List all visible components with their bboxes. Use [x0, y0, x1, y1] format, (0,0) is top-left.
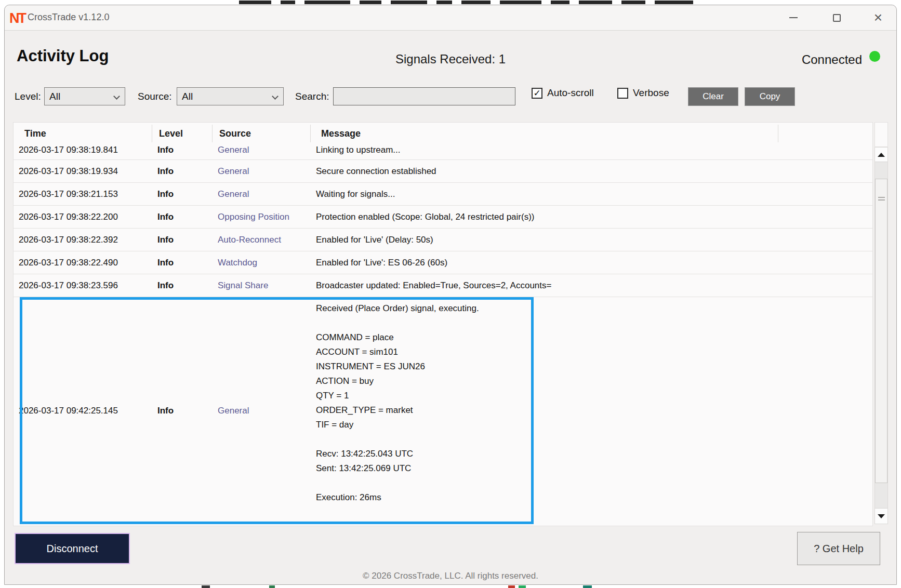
search-input[interactable]: [333, 87, 515, 105]
log-time: 2026-03-17 09:38:23.596: [14, 280, 157, 291]
log-message: Linking to upstream...: [316, 145, 872, 155]
clear-button[interactable]: Clear: [688, 87, 738, 106]
log-level: Info: [157, 212, 218, 222]
log-level: Info: [157, 235, 218, 245]
column-header-message[interactable]: Message: [321, 128, 361, 139]
minimize-icon: [789, 17, 798, 18]
artifact-mark: [655, 1, 693, 4]
log-source: Signal Share: [218, 280, 316, 291]
log-message: Waiting for signals...: [316, 189, 872, 199]
column-header-source[interactable]: Source: [219, 128, 251, 139]
log-time: 2026-03-17 09:38:22.490: [14, 258, 157, 268]
log-source: General: [218, 189, 316, 199]
log-level: Info: [157, 280, 218, 291]
log-level: Info: [157, 166, 218, 177]
source-filter-label: Source:: [138, 91, 171, 102]
vertical-scrollbar[interactable]: [875, 147, 888, 524]
artifact-mark: [500, 1, 541, 4]
thumb-grip-icon: [878, 199, 885, 201]
connection-status-label: Connected: [802, 52, 862, 67]
maximize-icon: [833, 14, 841, 22]
log-source: General: [218, 166, 316, 177]
disconnect-button[interactable]: Disconnect: [15, 533, 130, 564]
verbose-label: Verbose: [633, 87, 669, 99]
log-source: Auto-Reconnect: [218, 235, 316, 245]
artifact-mark: [391, 1, 427, 4]
level-filter-select[interactable]: All: [44, 87, 125, 105]
artifact-mark: [202, 585, 210, 588]
artifact-mark: [508, 585, 515, 588]
close-icon: ×: [874, 10, 882, 25]
copy-button[interactable]: Copy: [745, 87, 795, 106]
level-filter-label: Level:: [15, 91, 41, 102]
scroll-down-button[interactable]: [875, 508, 887, 524]
column-divider: [212, 125, 213, 142]
column-divider: [152, 125, 152, 142]
verbose-checkbox-box: [617, 88, 628, 99]
log-level: Info: [157, 258, 218, 268]
log-time: 2026-03-17 09:38:19.841: [14, 145, 157, 155]
log-time: 2026-03-17 09:42:25.145: [14, 406, 157, 416]
chevron-down-icon: [113, 93, 120, 100]
artifact-mark: [436, 1, 452, 4]
log-message: Enabled for 'Live' (Delay: 50s): [316, 235, 872, 245]
log-message-detail: Received (Place Order) signal, executing…: [316, 297, 872, 505]
table-row[interactable]: 2026-03-17 09:38:22.200 Info Opposing Po…: [14, 206, 872, 229]
connection-status-dot-icon: [869, 51, 880, 62]
log-source: General: [218, 145, 316, 155]
maximize-button[interactable]: [822, 5, 851, 30]
column-divider: [310, 125, 311, 142]
occluded-window-artifact-bottom: [0, 585, 901, 588]
minimize-button[interactable]: [779, 5, 808, 30]
arrow-down-icon: [878, 514, 885, 518]
log-message: Broadcaster updated: Enabled=True, Sourc…: [316, 280, 872, 291]
column-header-time[interactable]: Time: [24, 128, 46, 139]
artifact-mark: [519, 585, 526, 588]
chevron-down-icon: [272, 93, 279, 100]
column-divider: [778, 125, 778, 142]
column-header-level[interactable]: Level: [159, 128, 183, 139]
artifact-mark: [269, 585, 275, 588]
autoscroll-checkbox[interactable]: ✓ Auto-scroll: [532, 87, 594, 99]
log-source: General: [218, 406, 316, 416]
source-filter-select[interactable]: All: [177, 87, 284, 105]
copyright-text: © 2026 CrossTrade, LLC. All rights reser…: [5, 571, 896, 581]
scroll-up-button[interactable]: [875, 148, 887, 162]
artifact-mark: [360, 1, 381, 4]
arrow-up-icon: [878, 153, 885, 157]
window-title: CrossTrade v1.12.0: [28, 12, 109, 23]
verbose-checkbox[interactable]: Verbose: [617, 87, 669, 99]
log-message: Protection enabled (Scope: Global, 24 re…: [316, 212, 872, 222]
log-level: Info: [157, 189, 218, 199]
crosstrade-window: NT CrossTrade v1.12.0 × Activity Log Sig…: [4, 5, 897, 585]
log-level: Info: [157, 145, 218, 155]
autoscroll-checkbox-box: ✓: [532, 88, 542, 99]
table-header: Time Level Source Message 2026-03-17 09:…: [14, 123, 872, 160]
table-row[interactable]: 2026-03-17 09:38:19.934 Info General Sec…: [14, 160, 872, 183]
table-row[interactable]: 2026-03-17 09:38:23.596 Info Signal Shar…: [14, 274, 872, 297]
signals-received-counter: Signals Received: 1: [5, 52, 896, 66]
log-source: Opposing Position: [218, 212, 316, 222]
autoscroll-label: Auto-scroll: [547, 87, 594, 99]
artifact-mark: [304, 1, 350, 4]
activity-log-grid: Time Level Source Message 2026-03-17 09:…: [13, 122, 873, 526]
table-row[interactable]: 2026-03-17 09:38:19.841 Info General Lin…: [14, 143, 872, 157]
artifact-mark: [281, 1, 295, 4]
artifact-mark: [239, 1, 271, 4]
close-button[interactable]: ×: [864, 5, 893, 30]
log-message: Secure connection established: [316, 166, 872, 177]
table-row[interactable]: 2026-03-17 09:38:21.153 Info General Wai…: [14, 183, 872, 206]
table-row[interactable]: 2026-03-17 09:38:22.490 Info Watchdog En…: [14, 251, 872, 274]
artifact-mark: [461, 1, 491, 4]
level-filter-value: All: [49, 91, 60, 102]
title-bar: NT CrossTrade v1.12.0 ×: [5, 5, 896, 31]
source-filter-value: All: [182, 91, 193, 102]
table-row[interactable]: 2026-03-17 09:38:22.392 Info Auto-Reconn…: [14, 229, 872, 251]
search-label: Search:: [295, 91, 329, 102]
selected-table-row[interactable]: 2026-03-17 09:42:25.145 Info General Rec…: [14, 297, 872, 524]
scrollbar-thumb[interactable]: [875, 179, 887, 483]
log-time: 2026-03-17 09:38:22.200: [14, 212, 157, 222]
scrollbar-header-cap: [875, 122, 888, 147]
get-help-button[interactable]: ? Get Help: [797, 532, 880, 565]
artifact-mark: [621, 1, 645, 4]
